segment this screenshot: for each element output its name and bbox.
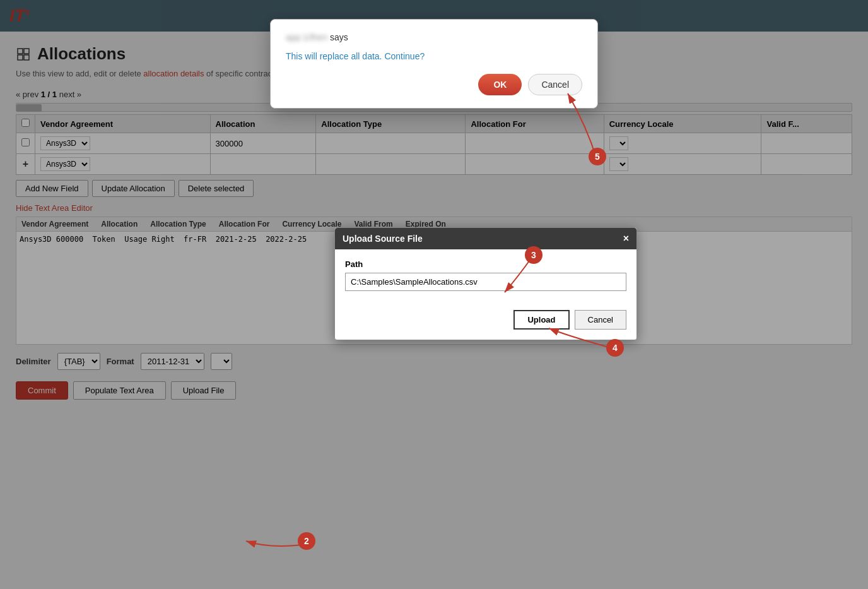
upload-cancel-button[interactable]: Cancel [575,310,626,330]
upload-dialog-header: Upload Source File × [335,228,636,249]
path-label: Path [345,259,626,269]
alert-ok-button[interactable]: OK [478,74,522,95]
upload-dialog-footer: Upload Cancel [335,310,636,340]
alert-cancel-button[interactable]: Cancel [528,74,582,95]
path-input[interactable] [345,273,626,291]
upload-dialog-body: Path [335,249,636,310]
step-2-circle: 2 [298,532,315,550]
alert-message: This will replace all data. Continue? [286,51,582,61]
step-3-circle: 3 [525,246,542,264]
browser-alert-dialog: app:1/then says This will replace all da… [270,19,598,109]
step-4-circle: 4 [606,339,624,357]
upload-dialog-close-button[interactable]: × [623,233,629,244]
alert-footer: OK Cancel [286,74,582,95]
alert-app-name: app:1/then [286,32,327,42]
alert-says: says [330,32,348,42]
upload-button[interactable]: Upload [513,310,569,330]
upload-source-file-dialog: Upload Source File × Path Upload Cancel [334,227,637,340]
step-5-circle: 5 [589,148,606,165]
alert-header: app:1/then says [286,32,582,42]
upload-dialog-title: Upload Source File [343,234,423,244]
